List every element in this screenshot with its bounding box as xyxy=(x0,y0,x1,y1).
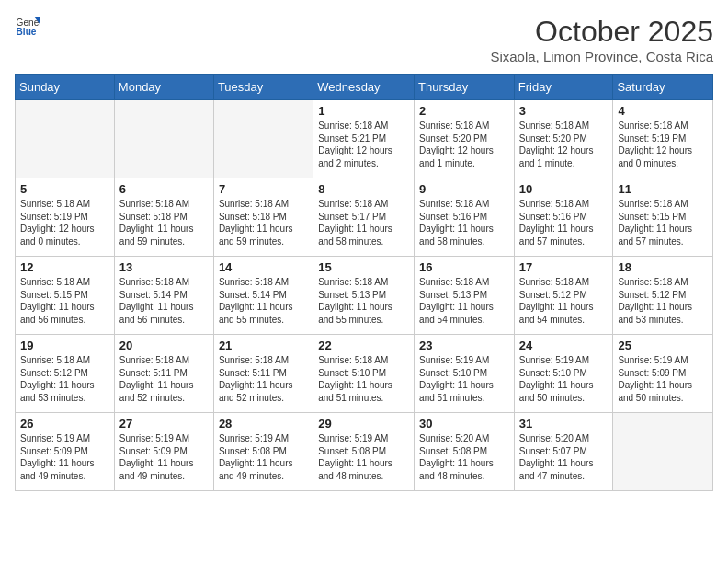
day-number: 16 xyxy=(419,260,509,274)
month-title: October 2025 xyxy=(490,15,713,49)
day-number: 26 xyxy=(20,417,109,431)
day-number: 1 xyxy=(318,104,409,118)
cell-info: Sunrise: 5:20 AM Sunset: 5:08 PM Dayligh… xyxy=(419,432,509,482)
weekday-header-monday: Monday xyxy=(114,75,213,100)
calendar-week-row: 26Sunrise: 5:19 AM Sunset: 5:09 PM Dayli… xyxy=(16,413,713,491)
day-number: 18 xyxy=(618,260,708,274)
day-number: 17 xyxy=(519,260,609,274)
logo-icon: General Blue xyxy=(15,15,40,40)
cell-info: Sunrise: 5:18 AM Sunset: 5:14 PM Dayligh… xyxy=(219,276,308,326)
calendar-cell: 28Sunrise: 5:19 AM Sunset: 5:08 PM Dayli… xyxy=(213,413,313,491)
title-area: October 2025 Sixaola, Limon Province, Co… xyxy=(490,15,713,64)
calendar-cell xyxy=(16,100,115,178)
day-number: 6 xyxy=(119,182,209,196)
calendar-cell: 12Sunrise: 5:18 AM Sunset: 5:15 PM Dayli… xyxy=(16,257,115,335)
cell-info: Sunrise: 5:18 AM Sunset: 5:11 PM Dayligh… xyxy=(219,354,308,404)
day-number: 5 xyxy=(20,182,109,196)
day-number: 4 xyxy=(618,104,708,118)
calendar-cell: 1Sunrise: 5:18 AM Sunset: 5:21 PM Daylig… xyxy=(313,100,415,178)
calendar-cell: 23Sunrise: 5:19 AM Sunset: 5:10 PM Dayli… xyxy=(415,335,515,413)
calendar-cell: 17Sunrise: 5:18 AM Sunset: 5:12 PM Dayli… xyxy=(514,257,613,335)
page-header: General Blue October 2025 Sixaola, Limon… xyxy=(15,15,713,64)
cell-info: Sunrise: 5:18 AM Sunset: 5:20 PM Dayligh… xyxy=(419,120,509,169)
calendar-week-row: 12Sunrise: 5:18 AM Sunset: 5:15 PM Dayli… xyxy=(16,257,713,335)
day-number: 31 xyxy=(519,417,609,431)
day-number: 24 xyxy=(519,339,609,352)
weekday-header-friday: Friday xyxy=(514,75,613,100)
calendar-cell: 20Sunrise: 5:18 AM Sunset: 5:11 PM Dayli… xyxy=(114,335,213,413)
cell-info: Sunrise: 5:19 AM Sunset: 5:08 PM Dayligh… xyxy=(219,432,308,482)
cell-info: Sunrise: 5:20 AM Sunset: 5:07 PM Dayligh… xyxy=(519,432,609,482)
cell-info: Sunrise: 5:18 AM Sunset: 5:12 PM Dayligh… xyxy=(20,354,109,404)
calendar-cell: 19Sunrise: 5:18 AM Sunset: 5:12 PM Dayli… xyxy=(16,335,115,413)
cell-info: Sunrise: 5:19 AM Sunset: 5:09 PM Dayligh… xyxy=(618,354,708,404)
cell-info: Sunrise: 5:19 AM Sunset: 5:09 PM Dayligh… xyxy=(20,432,109,482)
calendar-cell: 31Sunrise: 5:20 AM Sunset: 5:07 PM Dayli… xyxy=(514,413,613,491)
cell-info: Sunrise: 5:18 AM Sunset: 5:12 PM Dayligh… xyxy=(519,276,609,326)
calendar-cell: 9Sunrise: 5:18 AM Sunset: 5:16 PM Daylig… xyxy=(415,178,515,257)
day-number: 13 xyxy=(119,260,209,274)
cell-info: Sunrise: 5:19 AM Sunset: 5:10 PM Dayligh… xyxy=(419,354,509,404)
day-number: 30 xyxy=(419,417,509,431)
calendar-cell: 16Sunrise: 5:18 AM Sunset: 5:13 PM Dayli… xyxy=(415,257,515,335)
weekday-header-thursday: Thursday xyxy=(415,75,515,100)
weekday-header-saturday: Saturday xyxy=(613,75,713,100)
calendar-cell: 24Sunrise: 5:19 AM Sunset: 5:10 PM Dayli… xyxy=(514,335,613,413)
calendar-cell: 3Sunrise: 5:18 AM Sunset: 5:20 PM Daylig… xyxy=(514,100,613,178)
cell-info: Sunrise: 5:18 AM Sunset: 5:11 PM Dayligh… xyxy=(119,354,209,404)
weekday-header-row: SundayMondayTuesdayWednesdayThursdayFrid… xyxy=(16,75,713,100)
calendar-week-row: 5Sunrise: 5:18 AM Sunset: 5:19 PM Daylig… xyxy=(16,178,713,257)
calendar-cell: 18Sunrise: 5:18 AM Sunset: 5:12 PM Dayli… xyxy=(613,257,713,335)
day-number: 14 xyxy=(219,260,308,274)
day-number: 20 xyxy=(119,339,209,352)
logo: General Blue xyxy=(15,15,40,40)
day-number: 10 xyxy=(519,182,609,196)
cell-info: Sunrise: 5:18 AM Sunset: 5:10 PM Dayligh… xyxy=(318,354,409,404)
calendar-week-row: 1Sunrise: 5:18 AM Sunset: 5:21 PM Daylig… xyxy=(16,100,713,178)
cell-info: Sunrise: 5:18 AM Sunset: 5:18 PM Dayligh… xyxy=(119,198,209,247)
cell-info: Sunrise: 5:18 AM Sunset: 5:17 PM Dayligh… xyxy=(318,198,409,247)
day-number: 28 xyxy=(219,417,308,431)
day-number: 29 xyxy=(318,417,409,431)
calendar-cell: 22Sunrise: 5:18 AM Sunset: 5:10 PM Dayli… xyxy=(313,335,415,413)
calendar-cell: 25Sunrise: 5:19 AM Sunset: 5:09 PM Dayli… xyxy=(613,335,713,413)
calendar-cell: 29Sunrise: 5:19 AM Sunset: 5:08 PM Dayli… xyxy=(313,413,415,491)
calendar-cell: 4Sunrise: 5:18 AM Sunset: 5:19 PM Daylig… xyxy=(613,100,713,178)
svg-text:Blue: Blue xyxy=(17,27,37,37)
calendar-cell xyxy=(114,100,213,178)
cell-info: Sunrise: 5:18 AM Sunset: 5:15 PM Dayligh… xyxy=(20,276,109,326)
calendar-week-row: 19Sunrise: 5:18 AM Sunset: 5:12 PM Dayli… xyxy=(16,335,713,413)
cell-info: Sunrise: 5:18 AM Sunset: 5:16 PM Dayligh… xyxy=(419,198,509,247)
cell-info: Sunrise: 5:18 AM Sunset: 5:19 PM Dayligh… xyxy=(618,120,708,169)
day-number: 27 xyxy=(119,417,209,431)
cell-info: Sunrise: 5:18 AM Sunset: 5:13 PM Dayligh… xyxy=(318,276,409,326)
calendar-cell: 21Sunrise: 5:18 AM Sunset: 5:11 PM Dayli… xyxy=(213,335,313,413)
calendar-cell: 15Sunrise: 5:18 AM Sunset: 5:13 PM Dayli… xyxy=(313,257,415,335)
day-number: 9 xyxy=(419,182,509,196)
day-number: 25 xyxy=(618,339,708,352)
day-number: 11 xyxy=(618,182,708,196)
day-number: 19 xyxy=(20,339,109,352)
weekday-header-sunday: Sunday xyxy=(16,75,115,100)
cell-info: Sunrise: 5:19 AM Sunset: 5:08 PM Dayligh… xyxy=(318,432,409,482)
calendar-cell: 27Sunrise: 5:19 AM Sunset: 5:09 PM Dayli… xyxy=(114,413,213,491)
cell-info: Sunrise: 5:18 AM Sunset: 5:18 PM Dayligh… xyxy=(219,198,308,247)
calendar-cell: 6Sunrise: 5:18 AM Sunset: 5:18 PM Daylig… xyxy=(114,178,213,257)
weekday-header-tuesday: Tuesday xyxy=(213,75,313,100)
calendar-cell: 30Sunrise: 5:20 AM Sunset: 5:08 PM Dayli… xyxy=(415,413,515,491)
day-number: 23 xyxy=(419,339,509,352)
calendar-cell: 2Sunrise: 5:18 AM Sunset: 5:20 PM Daylig… xyxy=(415,100,515,178)
calendar-cell: 11Sunrise: 5:18 AM Sunset: 5:15 PM Dayli… xyxy=(613,178,713,257)
day-number: 7 xyxy=(219,182,308,196)
calendar-cell: 26Sunrise: 5:19 AM Sunset: 5:09 PM Dayli… xyxy=(16,413,115,491)
calendar-table: SundayMondayTuesdayWednesdayThursdayFrid… xyxy=(15,74,713,491)
cell-info: Sunrise: 5:18 AM Sunset: 5:19 PM Dayligh… xyxy=(20,198,109,247)
calendar-cell: 13Sunrise: 5:18 AM Sunset: 5:14 PM Dayli… xyxy=(114,257,213,335)
calendar-cell: 14Sunrise: 5:18 AM Sunset: 5:14 PM Dayli… xyxy=(213,257,313,335)
cell-info: Sunrise: 5:18 AM Sunset: 5:13 PM Dayligh… xyxy=(419,276,509,326)
cell-info: Sunrise: 5:18 AM Sunset: 5:21 PM Dayligh… xyxy=(318,120,409,169)
cell-info: Sunrise: 5:18 AM Sunset: 5:12 PM Dayligh… xyxy=(618,276,708,326)
calendar-cell xyxy=(613,413,713,491)
day-number: 22 xyxy=(318,339,409,352)
day-number: 2 xyxy=(419,104,509,118)
